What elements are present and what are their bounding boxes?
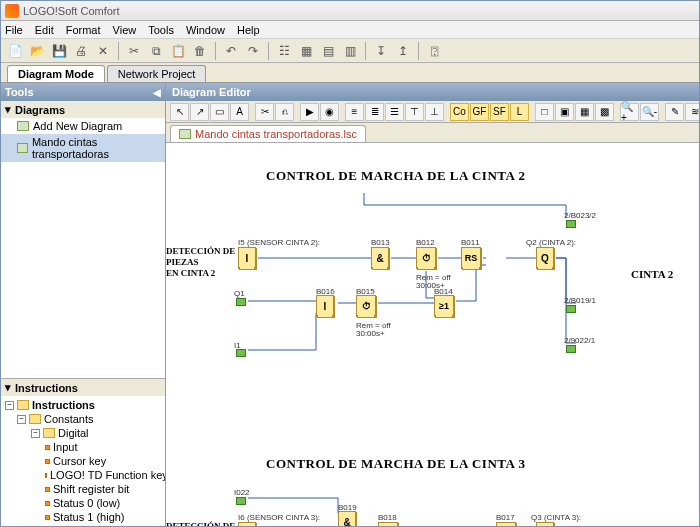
connect-tool[interactable]: ↗ (190, 103, 209, 121)
tab-diagram-mode[interactable]: Diagram Mode (7, 65, 105, 82)
tab-network-project[interactable]: Network Project (107, 65, 207, 82)
tree-leaf-td-function-key[interactable]: LOGO! TD Function key (5, 468, 165, 482)
split-tool[interactable]: ⎌ (275, 103, 294, 121)
select-tool[interactable]: ↖ (170, 103, 189, 121)
block-label-q2: Q2 (CINTA 2): (526, 238, 576, 247)
tree-constants[interactable]: − Constants (5, 412, 165, 426)
tree-leaf-cursor-key[interactable]: Cursor key (5, 454, 165, 468)
block-i5[interactable]: I (238, 247, 256, 269)
block-label-b017: B017 (496, 513, 515, 522)
add-new-diagram[interactable]: Add New Diagram (1, 118, 165, 134)
menu-format[interactable]: Format (66, 24, 101, 36)
download-button[interactable]: ↧ (371, 41, 391, 61)
tree-collapse-icon[interactable]: − (31, 429, 40, 438)
connector-icon[interactable] (566, 305, 576, 313)
gf-tool[interactable]: GF (470, 103, 489, 121)
layout-3-button[interactable]: ▥ (340, 41, 360, 61)
instructions-section-header[interactable]: ▾ Instructions (1, 378, 165, 396)
block-b017[interactable]: RS (496, 522, 516, 526)
align-center-tool[interactable]: ≣ (365, 103, 384, 121)
co-tool[interactable]: Co (450, 103, 469, 121)
tree-root[interactable]: − Instructions (5, 398, 165, 412)
block-q2[interactable]: Q (536, 247, 554, 269)
block-b012[interactable]: ⏱ (416, 247, 436, 269)
cut-button[interactable]: ✂ (124, 41, 144, 61)
block-tool[interactable]: ▭ (210, 103, 229, 121)
connector-icon[interactable] (566, 220, 576, 228)
tree-collapse-icon[interactable]: − (5, 401, 14, 410)
tools-panel-header[interactable]: Tools ◀ (1, 83, 165, 101)
open-button[interactable]: 📂 (27, 41, 47, 61)
block-b013[interactable]: & (371, 247, 389, 269)
block-label-b013: B013 (371, 238, 390, 247)
lib-tool[interactable]: L (510, 103, 529, 121)
upload-button[interactable]: ↥ (393, 41, 413, 61)
zoom-out-tool[interactable]: 🔍- (640, 103, 659, 121)
connector-q1[interactable] (236, 298, 246, 306)
align-right-tool[interactable]: ☰ (385, 103, 404, 121)
detection-label-cinta3: DETECCIÓN DE PIEZAS EN CINTA 3 (166, 521, 235, 526)
print-button[interactable]: 🖨 (71, 41, 91, 61)
editor-file-tab[interactable]: Mando cintas transportadoras.lsc (170, 125, 366, 142)
main-toolbar: 📄 📂 💾 🖨 ✕ ✂ ⧉ 📋 🗑 ↶ ↷ ☷ ▦ ▤ ▥ ↧ ↥ ⍰ (1, 39, 699, 63)
page-3-tool[interactable]: ▦ (575, 103, 594, 121)
layout-2-button[interactable]: ▤ (318, 41, 338, 61)
align-button[interactable]: ☷ (274, 41, 294, 61)
connector-icon[interactable] (566, 345, 576, 353)
diagram-canvas[interactable]: CONTROL DE MARCHA DE LA CINTA 2 DETECCIÓ… (166, 143, 700, 526)
online-tool[interactable]: ◉ (320, 103, 339, 121)
tree-digital[interactable]: − Digital (5, 426, 165, 440)
copy-button[interactable]: ⧉ (146, 41, 166, 61)
color-tool[interactable]: ✎ (665, 103, 684, 121)
diagram-item[interactable]: Mando cintas transportadoras (1, 134, 165, 162)
tree-leaf-output[interactable]: Output (5, 524, 165, 526)
diagram-canvas-viewport[interactable]: CONTROL DE MARCHA DE LA CINTA 2 DETECCIÓ… (166, 143, 700, 526)
cut-tool[interactable]: ✂ (255, 103, 274, 121)
sim-tool[interactable]: ▶ (300, 103, 319, 121)
tree-leaf-shift-register[interactable]: Shift register bit (5, 482, 165, 496)
page-4-tool[interactable]: ▩ (595, 103, 614, 121)
block-b015[interactable]: ⏱ (356, 295, 376, 317)
menu-window[interactable]: Window (186, 24, 225, 36)
page-2-tool[interactable]: ▣ (555, 103, 574, 121)
connector-i022[interactable] (236, 497, 246, 505)
menu-view[interactable]: View (113, 24, 137, 36)
layout-1-button[interactable]: ▦ (296, 41, 316, 61)
editor-header: Diagram Editor (166, 83, 700, 101)
align-left-tool[interactable]: ≡ (345, 103, 364, 121)
block-q3[interactable]: Q (536, 522, 554, 526)
new-button[interactable]: 📄 (5, 41, 25, 61)
menu-tools[interactable]: Tools (148, 24, 174, 36)
tree-collapse-icon[interactable]: − (17, 415, 26, 424)
block-b018[interactable]: ⏱ (378, 522, 398, 526)
layers-tool[interactable]: ≋ (685, 103, 700, 121)
zoom-in-tool[interactable]: 🔍+ (620, 103, 639, 121)
help-pointer-button[interactable]: ⍰ (424, 41, 444, 61)
menu-edit[interactable]: Edit (35, 24, 54, 36)
menu-help[interactable]: Help (237, 24, 260, 36)
tree-leaf-status-1[interactable]: Status 1 (high) (5, 510, 165, 524)
tree-leaf-input[interactable]: Input (5, 440, 165, 454)
save-button[interactable]: 💾 (49, 41, 69, 61)
sf-tool[interactable]: SF (490, 103, 509, 121)
diagrams-section-header[interactable]: ▾ Diagrams (1, 101, 165, 118)
align-bottom-tool[interactable]: ⊥ (425, 103, 444, 121)
tree-leaf-status-0[interactable]: Status 0 (low) (5, 496, 165, 510)
block-b014[interactable]: ≥1 (434, 295, 454, 317)
connector-i1[interactable] (236, 349, 246, 357)
text-tool[interactable]: A (230, 103, 249, 121)
block-b011[interactable]: RS (461, 247, 481, 269)
menu-file[interactable]: File (5, 24, 23, 36)
block-b016[interactable]: I (316, 295, 334, 317)
align-top-tool[interactable]: ⊤ (405, 103, 424, 121)
paste-button[interactable]: 📋 (168, 41, 188, 61)
block-i6[interactable]: I (238, 522, 256, 526)
page-1-tool[interactable]: □ (535, 103, 554, 121)
undo-button[interactable]: ↶ (221, 41, 241, 61)
collapse-icon[interactable]: ◀ (153, 87, 161, 98)
redo-button[interactable]: ↷ (243, 41, 263, 61)
block-b019[interactable]: & (338, 511, 356, 526)
close-button[interactable]: ✕ (93, 41, 113, 61)
copy-icon: ⧉ (152, 44, 161, 58)
delete-button[interactable]: 🗑 (190, 41, 210, 61)
